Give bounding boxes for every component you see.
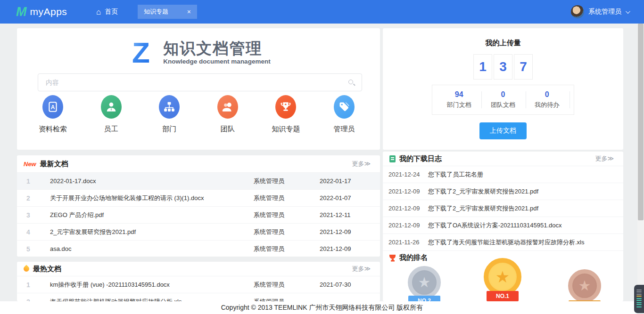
flame-icon <box>23 265 31 273</box>
hottest-docs-header: 最热文档 更多≫ <box>17 262 380 276</box>
latest-docs-header: New 最新文档 更多≫ <box>17 155 380 172</box>
avatar <box>571 5 584 18</box>
star-icon: ★ <box>578 279 591 293</box>
page-title: 知识文档管理 <box>163 40 270 57</box>
topbar: M myApps ⌂ 首页 知识专题 × 系统管理员 <box>0 0 644 24</box>
upload-count: 1 3 7 <box>383 54 623 80</box>
table-row[interactable]: 2 海天伺服节能注塑机驱动器报警对应故障分析.xls 系统管理员 <box>17 293 380 301</box>
medal-rank-badge: NO.2 <box>408 296 440 301</box>
widget-stripe <box>636 296 642 297</box>
search-icon[interactable] <box>348 80 353 84</box>
svg-text:A: A <box>51 104 55 111</box>
tag-icon <box>334 95 355 119</box>
list-item[interactable]: 2021-11-26 您下载了海天伺服节能注塑机驱动器报警对应故障分析.xls <box>383 233 623 250</box>
upload-count-digit: 7 <box>514 54 533 80</box>
widget-stripe <box>636 300 642 301</box>
svg-text:Z: Z <box>132 38 150 67</box>
hero-card: Z 知识文档管理 Knowledge document management A… <box>17 28 380 150</box>
upload-panel-title: 我的上传量 <box>383 28 623 48</box>
tab-home[interactable]: ⌂ 首页 <box>96 0 118 24</box>
product-logo: Z 知识文档管理 Knowledge document management <box>17 28 380 67</box>
quick-link-knowledge-topic[interactable]: ★ 知识专题 <box>263 95 308 134</box>
stat-team-docs[interactable]: 0 团队文档 <box>481 90 525 109</box>
ranking-trophy-icon <box>389 255 396 259</box>
hottest-docs-panel: 最热文档 更多≫ 1 km操作收手册 (vue) -20211103145951… <box>17 262 380 301</box>
upload-count-digit: 3 <box>494 54 512 80</box>
medal-silver: ★ NO.2 <box>408 266 441 299</box>
table-row[interactable]: 1 km操作收手册 (vue) -20211103145951.docx 系统管… <box>17 276 380 293</box>
table-row[interactable]: 2 关于开展开业办公场地智能化装修工程的请示 (3)(1).docx 系统管理员… <box>17 189 380 206</box>
table-row[interactable]: 4 2_元宇宙发展研究报告2021.pdf 系统管理员 2021-12-09 <box>17 223 380 240</box>
trophy-icon: ★ <box>275 95 296 119</box>
org-chart-icon <box>159 95 180 119</box>
widget-stripe <box>636 306 642 307</box>
svg-text:★: ★ <box>284 103 287 106</box>
quick-link-admin[interactable]: 管理员 <box>322 95 367 134</box>
list-item[interactable]: 2021-12-09 您下载了2_元宇宙发展研究报告2021.pdf <box>383 183 623 200</box>
latest-docs-more-link[interactable]: 更多≫ <box>352 160 371 168</box>
list-item[interactable]: 2021-12-24 您下载了员工花名册 <box>383 166 623 183</box>
user-menu[interactable]: 系统管理员 <box>571 0 629 24</box>
download-log-title: 我的下载日志 <box>399 154 442 163</box>
stat-my-todos[interactable]: 0 我的待办 <box>525 90 569 109</box>
widget-stripe <box>636 298 642 299</box>
quick-link-employee[interactable]: 员工 <box>89 95 134 134</box>
new-badge-icon: New <box>24 161 36 168</box>
close-icon[interactable]: × <box>187 8 191 15</box>
latest-docs-title: 最新文档 <box>40 160 68 169</box>
widget-stripe <box>636 294 642 295</box>
tab-knowledge-topic-label: 知识专题 <box>144 8 168 16</box>
medal-gold: ★ NO.1 <box>484 258 521 296</box>
scrollbar-track[interactable] <box>637 24 644 314</box>
ranking-medals: ★ NO.2 ★ NO.1 ★ NO.3 <box>383 265 623 301</box>
upload-count-digit: 1 <box>473 54 492 80</box>
user-name: 系统管理员 <box>588 8 621 16</box>
app-logo[interactable]: M myApps <box>16 0 67 24</box>
ranking-title: 我的排名 <box>399 253 428 262</box>
scrollbar-thumb[interactable] <box>638 24 644 220</box>
app-logo-text: myApps <box>30 6 67 17</box>
widget-stripe <box>636 302 642 303</box>
z-logo-icon: Z <box>126 38 156 67</box>
quick-link-data-search[interactable]: A 资料检索 <box>30 95 75 134</box>
log-book-icon <box>389 155 396 162</box>
table-row[interactable]: 5 asa.doc 系统管理员 2021-12-09 <box>17 240 380 257</box>
search-input[interactable] <box>38 74 362 91</box>
star-icon: ★ <box>418 275 431 290</box>
stat-department-docs[interactable]: 94 部门文档 <box>437 90 481 109</box>
quick-link-department[interactable]: 部门 <box>147 95 192 134</box>
page-subtitle: Knowledge document management <box>163 58 270 65</box>
star-icon: ★ <box>495 269 510 285</box>
hottest-docs-title: 最热文档 <box>33 265 61 274</box>
list-item[interactable]: 2021-12-09 您下载了OA系统设计方案-20211103145951.d… <box>383 217 623 233</box>
widget-stripe <box>636 290 642 290</box>
upload-doc-button[interactable]: 上传文档 <box>479 122 527 139</box>
tab-knowledge-topic[interactable]: 知识专题 × <box>138 5 197 19</box>
tab-home-label: 首页 <box>105 8 118 16</box>
hottest-docs-more-link[interactable]: 更多≫ <box>352 265 371 273</box>
footer: Copyright © 2013 TEEMLINK 广州市天翎网络科技有限公司 … <box>0 301 644 314</box>
upload-stats-panel: 我的上传量 1 3 7 94 部门文档 0 团队文档 0 我的待办 上传文档 <box>383 28 623 150</box>
quick-links: A 资料检索 员工 部门 团队 <box>30 95 367 134</box>
medal-rank-badge: NO.1 <box>487 291 519 301</box>
home-icon: ⌂ <box>96 8 101 16</box>
copyright-text: Copyright © 2013 TEEMLINK 广州市天翎网络科技有限公司 … <box>221 304 423 311</box>
quick-link-team[interactable]: 团队 <box>205 95 250 134</box>
table-row[interactable]: 1 2022-01-17.docx 系统管理员 2022-01-17 <box>17 172 380 189</box>
employee-icon <box>101 95 122 119</box>
team-icon <box>217 95 238 119</box>
list-item[interactable]: 2021-12-09 您下载了2_元宇宙发展研究报告2021.pdf <box>383 200 623 217</box>
doc-stats-box: 94 部门文档 0 团队文档 0 我的待办 <box>432 85 574 115</box>
widget-stripe <box>636 291 642 292</box>
download-log-panel: 我的下载日志 更多≫ 2021-12-24 您下载了员工花名册 2021-12-… <box>383 152 623 301</box>
download-log-more-link[interactable]: 更多≫ <box>595 154 614 163</box>
search-box <box>38 73 362 91</box>
download-log-header: 我的下载日志 更多≫ <box>383 152 623 166</box>
medal-bronze: ★ NO.3 <box>568 269 601 301</box>
table-row[interactable]: 3 ZEGO 产品介绍.pdf 系统管理员 2021-12-11 <box>17 206 380 223</box>
latest-docs-panel: New 最新文档 更多≫ 1 2022-01-17.docx 系统管理员 202… <box>17 155 380 257</box>
browser-extension-widget[interactable] <box>634 285 644 313</box>
knowledge-portal-page: M myApps ⌂ 首页 知识专题 × 系统管理员 Z <box>0 0 644 314</box>
myapps-logo-icon: M <box>16 6 27 18</box>
chevron-down-icon <box>626 9 630 14</box>
